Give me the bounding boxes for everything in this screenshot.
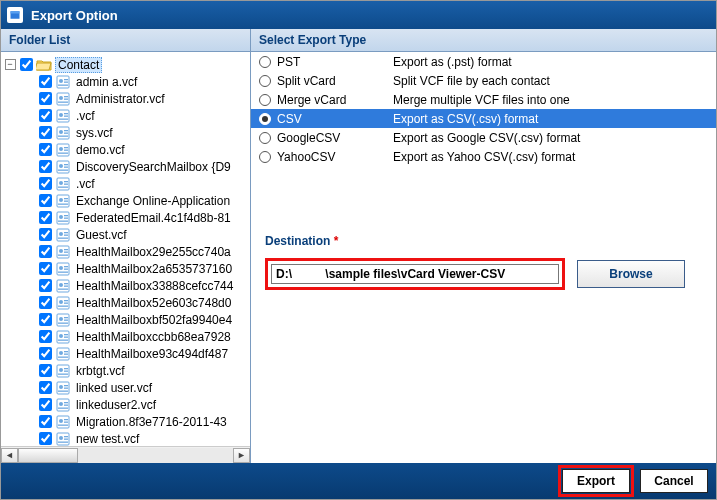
tree-item[interactable]: sys.vcf [3, 124, 248, 141]
radio-icon[interactable] [259, 151, 271, 163]
svg-rect-5 [64, 81, 68, 82]
scroll-left-icon[interactable]: ◄ [1, 448, 18, 463]
svg-rect-74 [64, 317, 68, 318]
item-checkbox[interactable] [39, 296, 52, 309]
tree-item[interactable]: HealthMailboxe93c494df487 [3, 345, 248, 362]
svg-rect-94 [64, 385, 68, 386]
folder-tree[interactable]: − Contact admin a.vcfAdministrator.vcf .… [1, 52, 250, 446]
vcard-icon [55, 431, 71, 447]
tree-item[interactable]: HealthMailbox29e255cc740a [3, 243, 248, 260]
item-checkbox[interactable] [39, 109, 52, 122]
svg-point-18 [59, 130, 63, 134]
tree-item[interactable]: .vcf [3, 175, 248, 192]
item-checkbox[interactable] [39, 143, 52, 156]
horizontal-scrollbar[interactable]: ◄ ► [1, 446, 250, 463]
svg-point-58 [59, 266, 63, 270]
tree-item-label: DiscoverySearchMailbox {D9 [74, 160, 233, 174]
export-option-desc: Export as CSV(.csv) format [393, 112, 708, 126]
item-checkbox[interactable] [39, 330, 52, 343]
item-checkbox[interactable] [39, 415, 52, 428]
svg-point-43 [59, 215, 63, 219]
tree-item[interactable]: HealthMailboxbf502fa9940e4 [3, 311, 248, 328]
tree-item[interactable]: DiscoverySearchMailbox {D9 [3, 158, 248, 175]
collapse-icon[interactable]: − [5, 59, 16, 70]
svg-rect-95 [64, 387, 68, 388]
tree-root-contact[interactable]: − Contact [3, 56, 248, 73]
export-option-pst[interactable]: PSTExport as (.pst) format [251, 52, 716, 71]
item-checkbox[interactable] [39, 177, 52, 190]
tree-item-label: .vcf [74, 109, 97, 123]
item-checkbox[interactable] [39, 245, 52, 258]
export-option-csv[interactable]: CSVExport as CSV(.csv) format [251, 109, 716, 128]
tree-item[interactable]: linkeduser2.vcf [3, 396, 248, 413]
tree-item[interactable]: FederatedEmail.4c1f4d8b-81 [3, 209, 248, 226]
scroll-thumb[interactable] [18, 448, 78, 463]
cancel-button[interactable]: Cancel [640, 469, 708, 493]
tree-item[interactable]: HealthMailbox2a6535737160 [3, 260, 248, 277]
svg-rect-11 [58, 101, 68, 102]
item-checkbox[interactable] [39, 398, 52, 411]
vcard-icon [55, 397, 71, 413]
tree-item[interactable]: HealthMailbox52e603c748d0 [3, 294, 248, 311]
radio-icon[interactable] [259, 94, 271, 106]
export-option-yahoocsv[interactable]: YahooCSVExport as Yahoo CSV(.csv) format [251, 147, 716, 166]
item-checkbox[interactable] [39, 262, 52, 275]
item-checkbox[interactable] [39, 432, 52, 445]
svg-rect-4 [64, 79, 68, 80]
export-option-merge-vcard[interactable]: Merge vCardMerge multiple VCF files into… [251, 90, 716, 109]
svg-point-13 [59, 113, 63, 117]
item-checkbox[interactable] [39, 279, 52, 292]
svg-rect-84 [64, 351, 68, 352]
export-option-split-vcard[interactable]: Split vCardSplit VCF file by each contac… [251, 71, 716, 90]
svg-rect-44 [64, 215, 68, 216]
item-checkbox[interactable] [39, 313, 52, 326]
radio-icon[interactable] [259, 113, 271, 125]
svg-rect-69 [64, 300, 68, 301]
tree-item[interactable]: .vcf [3, 107, 248, 124]
tree-item[interactable]: linked user.vcf [3, 379, 248, 396]
item-checkbox[interactable] [39, 160, 52, 173]
tree-item[interactable]: Guest.vcf [3, 226, 248, 243]
tree-item[interactable]: krbtgt.vcf [3, 362, 248, 379]
item-checkbox[interactable] [39, 126, 52, 139]
item-checkbox[interactable] [39, 92, 52, 105]
export-option-googlecsv[interactable]: GoogleCSVExport as Google CSV(.csv) form… [251, 128, 716, 147]
destination-input[interactable] [271, 264, 559, 284]
tree-item[interactable]: demo.vcf [3, 141, 248, 158]
radio-icon[interactable] [259, 56, 271, 68]
window-title: Export Option [31, 8, 118, 23]
tree-item[interactable]: HealthMailboxccbb68ea7928 [3, 328, 248, 345]
tree-item[interactable]: Exchange Online-Application [3, 192, 248, 209]
radio-icon[interactable] [259, 132, 271, 144]
item-checkbox[interactable] [39, 347, 52, 360]
item-checkbox[interactable] [39, 228, 52, 241]
scroll-right-icon[interactable]: ► [233, 448, 250, 463]
svg-point-33 [59, 181, 63, 185]
browse-button[interactable]: Browse [577, 260, 685, 288]
item-checkbox[interactable] [39, 364, 52, 377]
svg-rect-64 [64, 283, 68, 284]
item-checkbox[interactable] [39, 381, 52, 394]
destination-label: Destination * [265, 234, 702, 248]
tree-item[interactable]: Administrator.vcf [3, 90, 248, 107]
svg-rect-51 [58, 237, 68, 238]
svg-rect-61 [58, 271, 68, 272]
svg-rect-31 [58, 169, 68, 170]
tree-item[interactable]: HealthMailbox33888cefcc744 [3, 277, 248, 294]
tree-item[interactable]: admin a.vcf [3, 73, 248, 90]
vcard-icon [55, 210, 71, 226]
item-checkbox[interactable] [39, 75, 52, 88]
tree-item[interactable]: new test.vcf [3, 430, 248, 446]
svg-rect-60 [64, 268, 68, 269]
export-button[interactable]: Export [562, 469, 630, 493]
svg-rect-49 [64, 232, 68, 233]
tree-item-label: HealthMailbox52e603c748d0 [74, 296, 233, 310]
radio-icon[interactable] [259, 75, 271, 87]
folder-checkbox[interactable] [20, 58, 33, 71]
svg-rect-55 [64, 251, 68, 252]
svg-point-28 [59, 164, 63, 168]
item-checkbox[interactable] [39, 211, 52, 224]
tree-item[interactable]: Migration.8f3e7716-2011-43 [3, 413, 248, 430]
item-checkbox[interactable] [39, 194, 52, 207]
vcard-icon [55, 414, 71, 430]
